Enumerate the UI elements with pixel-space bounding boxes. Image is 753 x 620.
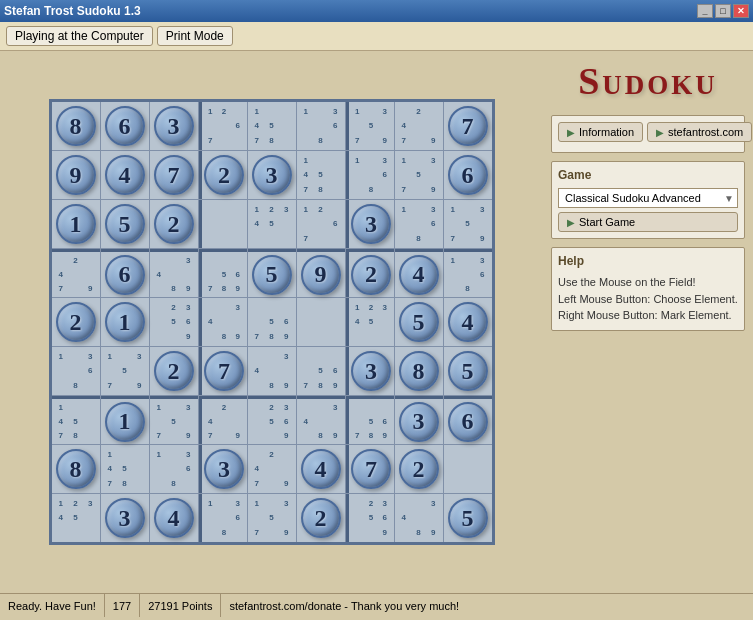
sudoku-cell[interactable]: 9 [297, 249, 345, 297]
start-game-button[interactable]: ▶ Start Game [558, 212, 738, 232]
sudoku-cell[interactable]: 1267 [297, 200, 345, 248]
sudoku-cell[interactable]: 4 [444, 298, 492, 346]
sudoku-cell[interactable]: 4 [395, 249, 443, 297]
sudoku-cell[interactable]: 2479 [248, 445, 296, 493]
candidate-number: 4 [299, 168, 314, 183]
sudoku-cell[interactable]: 14578 [101, 445, 149, 493]
sudoku-cell[interactable]: 5 [101, 200, 149, 248]
sudoku-cell[interactable]: 4 [297, 445, 345, 493]
sudoku-cell[interactable]: 5 [248, 249, 296, 297]
sudoku-cell[interactable]: 3 [248, 151, 296, 199]
given-number: 6 [448, 402, 488, 442]
sudoku-cell[interactable]: 2 [346, 249, 394, 297]
sudoku-cell[interactable]: 3 [199, 445, 247, 493]
sudoku-cell[interactable]: 1368 [150, 445, 198, 493]
sudoku-cell[interactable]: 2 [150, 347, 198, 395]
candidate-number: 9 [231, 428, 245, 442]
sudoku-cell[interactable]: 8 [395, 347, 443, 395]
sudoku-cell[interactable]: 12345 [248, 200, 296, 248]
sudoku-cell[interactable]: 2 [395, 445, 443, 493]
sudoku-cell[interactable]: 4 [150, 494, 198, 542]
sudoku-cell[interactable]: 56789 [199, 249, 247, 297]
sudoku-cell[interactable]: 7 [444, 102, 492, 150]
sudoku-grid[interactable]: 8631267145781368135792479794723145781368… [49, 99, 495, 545]
sudoku-cell[interactable]: 2 [199, 151, 247, 199]
candidate-number: 1 [250, 104, 265, 119]
sudoku-cell[interactable]: 14578 [52, 396, 100, 444]
sudoku-cell[interactable]: 6 [101, 102, 149, 150]
sudoku-cell[interactable]: 5 [444, 347, 492, 395]
sudoku-cell[interactable]: 3489 [297, 396, 345, 444]
sudoku-cell[interactable]: 1 [101, 396, 149, 444]
sudoku-cell[interactable]: 23569 [346, 494, 394, 542]
sudoku-cell[interactable]: 13579 [101, 347, 149, 395]
sudoku-cell[interactable]: 3 [101, 494, 149, 542]
sudoku-cell[interactable]: 3489 [150, 249, 198, 297]
sudoku-cell[interactable]: 6 [101, 249, 149, 297]
candidate-number [217, 415, 231, 429]
sudoku-cell[interactable]: 2479 [199, 396, 247, 444]
sudoku-cell[interactable]: 3489 [248, 347, 296, 395]
candidate-number [351, 168, 365, 183]
sudoku-cell[interactable]: 56789 [297, 347, 345, 395]
sudoku-cell[interactable]: 1368 [395, 200, 443, 248]
sudoku-cell[interactable]: 2 [297, 494, 345, 542]
sudoku-cell[interactable]: 9 [52, 151, 100, 199]
sudoku-cell[interactable]: 1267 [199, 102, 247, 150]
sudoku-cell[interactable]: 1368 [52, 347, 100, 395]
sudoku-cell[interactable]: 56789 [248, 298, 296, 346]
sudoku-cell[interactable]: 7 [150, 151, 198, 199]
sudoku-cell[interactable]: 56789 [346, 396, 394, 444]
sudoku-cell[interactable]: 1368 [199, 494, 247, 542]
playing-at-computer-button[interactable]: Playing at the Computer [6, 26, 153, 46]
sudoku-cell[interactable]: 23569 [150, 298, 198, 346]
sudoku-cell[interactable]: 7 [199, 347, 247, 395]
sudoku-cell[interactable]: 13579 [150, 396, 198, 444]
sudoku-cell[interactable]: 13579 [346, 102, 394, 150]
sudoku-cell[interactable]: 1 [101, 298, 149, 346]
sudoku-cell[interactable]: 23569 [248, 396, 296, 444]
sudoku-cell[interactable]: 8 [52, 102, 100, 150]
maximize-button[interactable]: □ [715, 4, 731, 18]
sudoku-cell[interactable]: 13579 [248, 494, 296, 542]
sudoku-cell[interactable]: 14578 [248, 102, 296, 150]
sudoku-cell[interactable]: 1368 [346, 151, 394, 199]
sudoku-cell[interactable]: 1368 [297, 102, 345, 150]
sudoku-cell[interactable]: 2479 [395, 102, 443, 150]
sudoku-cell[interactable]: 13579 [444, 200, 492, 248]
sudoku-cell[interactable]: 7 [346, 445, 394, 493]
sudoku-cell[interactable]: 2 [52, 298, 100, 346]
sudoku-cell[interactable]: 2479 [52, 249, 100, 297]
sudoku-cell[interactable]: 12345 [346, 298, 394, 346]
sudoku-cell[interactable]: 1368 [444, 249, 492, 297]
candidate-number: 7 [103, 476, 118, 491]
sudoku-cell[interactable]: 6 [444, 151, 492, 199]
sudoku-cell[interactable]: 3 [395, 396, 443, 444]
sudoku-cell[interactable]: 5 [395, 298, 443, 346]
sudoku-cell[interactable]: 6 [444, 396, 492, 444]
sudoku-cell[interactable]: 3489 [199, 298, 247, 346]
sudoku-cell[interactable]: 4 [101, 151, 149, 199]
sudoku-cell[interactable]: 13579 [395, 151, 443, 199]
sudoku-cell[interactable]: 12345 [52, 494, 100, 542]
sudoku-cell[interactable]: 3489 [395, 494, 443, 542]
sudoku-cell[interactable]: 3 [346, 347, 394, 395]
sudoku-cell[interactable]: 1 [52, 200, 100, 248]
minimize-button[interactable]: _ [697, 4, 713, 18]
sudoku-cell[interactable]: 8 [52, 445, 100, 493]
sudoku-cell[interactable] [444, 445, 492, 493]
game-type-select[interactable]: Classical Sudoku BeginnerClassical Sudok… [558, 188, 738, 208]
print-mode-button[interactable]: Print Mode [157, 26, 233, 46]
sudoku-cell[interactable] [297, 298, 345, 346]
sudoku-cell[interactable]: 5 [444, 494, 492, 542]
website-button[interactable]: ▶ stefantrost.com [647, 122, 752, 142]
close-button[interactable]: ✕ [733, 4, 749, 18]
candidate-number: 9 [378, 133, 392, 148]
sudoku-cell[interactable]: 14578 [297, 151, 345, 199]
help-line-1: Use the Mouse on the Field! [558, 274, 738, 291]
sudoku-cell[interactable]: 2 [150, 200, 198, 248]
sudoku-cell[interactable]: 3 [346, 200, 394, 248]
sudoku-cell[interactable] [199, 200, 247, 248]
sudoku-cell[interactable]: 3 [150, 102, 198, 150]
information-button[interactable]: ▶ Information [558, 122, 643, 142]
